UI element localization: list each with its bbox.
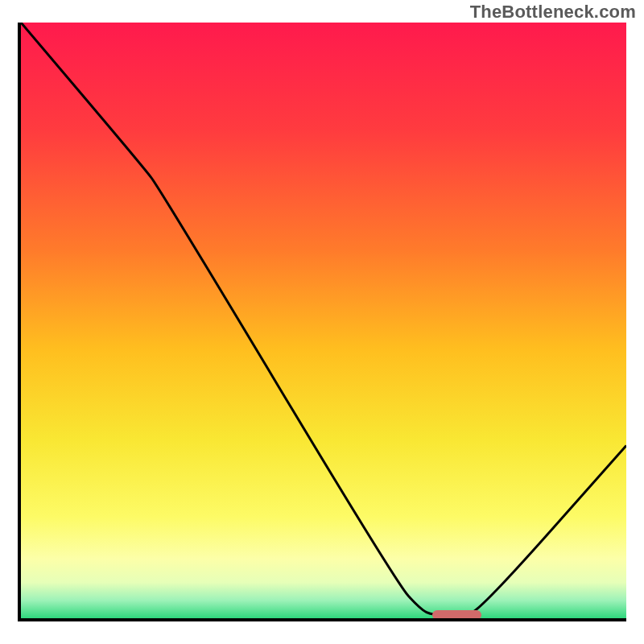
plot-area — [18, 23, 626, 621]
optimal-range-marker — [432, 610, 481, 620]
chart-container: TheBottleneck.com — [0, 0, 644, 644]
curve-path — [21, 23, 626, 615]
attribution-label: TheBottleneck.com — [470, 2, 636, 23]
bottleneck-curve — [21, 23, 626, 618]
